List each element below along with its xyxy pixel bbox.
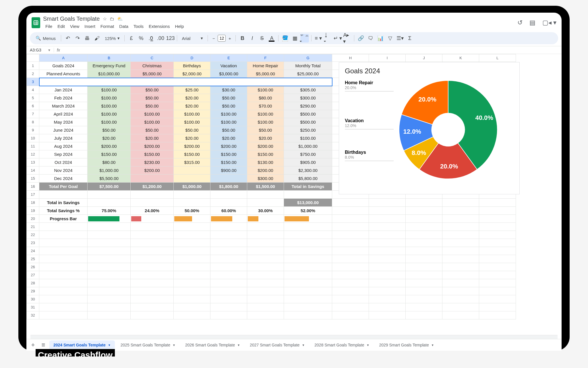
cell[interactable] — [442, 215, 479, 223]
progress-cell[interactable] — [88, 215, 131, 223]
col-header-c[interactable]: C — [131, 54, 174, 62]
cell[interactable] — [479, 311, 516, 319]
cell[interactable] — [442, 199, 479, 207]
cell[interactable]: $25.00 — [174, 86, 210, 94]
cell[interactable] — [131, 247, 174, 255]
menu-edit[interactable]: Edit — [55, 23, 67, 30]
cell[interactable] — [369, 287, 406, 295]
fill-color-button[interactable]: 🪣 — [281, 34, 289, 43]
cell[interactable]: $80.00 — [247, 94, 284, 102]
cell[interactable] — [88, 271, 131, 279]
col-header-j[interactable]: J — [406, 54, 442, 62]
insert-chart-button[interactable]: 📊 — [376, 34, 385, 43]
cell[interactable] — [332, 311, 369, 319]
cell[interactable]: $1,000.00 — [284, 142, 332, 150]
cell[interactable] — [284, 263, 332, 271]
col-header-d[interactable]: D — [174, 54, 210, 62]
cell[interactable]: $150.00 — [88, 150, 131, 158]
select-all-corner[interactable] — [27, 54, 39, 62]
sheet-tab[interactable]: 2025 Smart Goals Template▼ — [117, 340, 179, 350]
row-header-16[interactable]: 16 — [27, 183, 39, 191]
col-header-e[interactable]: E — [210, 54, 247, 62]
cell[interactable]: 75.00% — [88, 207, 131, 215]
cell[interactable]: Christmas — [131, 62, 174, 70]
cell[interactable] — [39, 311, 88, 319]
cell[interactable]: 24.00% — [131, 207, 174, 215]
cell[interactable] — [406, 199, 442, 207]
cell[interactable] — [88, 231, 131, 239]
text-rotation-button[interactable]: A▸ ▾ — [343, 34, 352, 43]
cell[interactable] — [131, 279, 174, 287]
cell[interactable] — [210, 295, 247, 303]
menu-data[interactable]: Data — [117, 23, 131, 30]
cell[interactable] — [131, 191, 174, 199]
document-title[interactable]: Smart Goals Template — [43, 16, 100, 22]
cell[interactable] — [210, 231, 247, 239]
cell[interactable] — [174, 191, 210, 199]
cell[interactable]: $5,000.00 — [247, 70, 284, 78]
cell[interactable]: $20.00 — [174, 102, 210, 110]
progress-cell[interactable] — [284, 215, 332, 223]
cell[interactable] — [247, 223, 284, 231]
paint-format-button[interactable]: 🖌 — [93, 34, 101, 43]
cell[interactable] — [174, 166, 210, 175]
cell[interactable]: Nov 2024 — [39, 166, 88, 175]
cell[interactable]: $305.00 — [284, 86, 332, 94]
row-header-23[interactable]: 23 — [27, 239, 39, 247]
cell[interactable]: $100.00 — [88, 118, 131, 126]
cell[interactable]: $5,000.00 — [131, 70, 174, 78]
menu-help[interactable]: Help — [173, 23, 186, 30]
cell[interactable] — [174, 303, 210, 311]
cell[interactable] — [369, 247, 406, 255]
cell[interactable] — [369, 255, 406, 263]
cell[interactable]: $50.00 — [174, 126, 210, 134]
cell[interactable] — [442, 311, 479, 319]
cell[interactable] — [39, 303, 88, 311]
cell[interactable]: $2,300.00 — [284, 166, 332, 175]
cell[interactable] — [332, 199, 369, 207]
cell[interactable] — [369, 223, 406, 231]
progress-cell[interactable] — [247, 215, 284, 223]
cell[interactable] — [284, 279, 332, 287]
cell[interactable]: $100.00 — [284, 134, 332, 142]
sheet-tab-dropdown-icon[interactable]: ▼ — [237, 344, 240, 347]
row-header-5[interactable]: 5 — [27, 94, 39, 102]
cell[interactable] — [88, 191, 131, 199]
cell[interactable] — [442, 303, 479, 311]
row-header-17[interactable]: 17 — [27, 191, 39, 199]
cell[interactable]: $50.00 — [247, 126, 284, 134]
cell[interactable]: $200.00 — [88, 142, 131, 150]
cell[interactable] — [284, 191, 332, 199]
cell[interactable]: $905.00 — [284, 158, 332, 166]
cell[interactable] — [39, 247, 88, 255]
cell[interactable] — [284, 295, 332, 303]
insert-comment-button[interactable]: 🗨 — [366, 34, 375, 43]
cell[interactable]: $20.00 — [174, 134, 210, 142]
col-header-l[interactable]: L — [479, 54, 516, 62]
cell[interactable] — [247, 255, 284, 263]
cell[interactable]: $50.00 — [210, 126, 247, 134]
cell[interactable] — [131, 223, 174, 231]
row-header-10[interactable]: 10 — [27, 134, 39, 142]
cell[interactable] — [369, 239, 406, 247]
cell[interactable]: $150.00 — [131, 150, 174, 158]
cell[interactable]: $13,000.00 — [284, 199, 332, 207]
cell[interactable] — [247, 279, 284, 287]
cell[interactable] — [174, 247, 210, 255]
cell[interactable] — [479, 255, 516, 263]
cell[interactable]: $150.00 — [247, 150, 284, 158]
cell[interactable]: $80.00 — [88, 158, 131, 166]
cell[interactable] — [174, 199, 210, 207]
cell[interactable] — [210, 303, 247, 311]
cell[interactable] — [39, 271, 88, 279]
cell[interactable] — [131, 199, 174, 207]
selected-range[interactable] — [39, 78, 332, 86]
cell[interactable] — [88, 311, 131, 319]
cell[interactable] — [332, 295, 369, 303]
cell[interactable] — [406, 271, 442, 279]
cell[interactable] — [369, 303, 406, 311]
cell[interactable]: $1,000.00 — [174, 183, 210, 191]
menu-insert[interactable]: Insert — [82, 23, 98, 30]
row-header-22[interactable]: 22 — [27, 231, 39, 239]
cell[interactable] — [131, 239, 174, 247]
